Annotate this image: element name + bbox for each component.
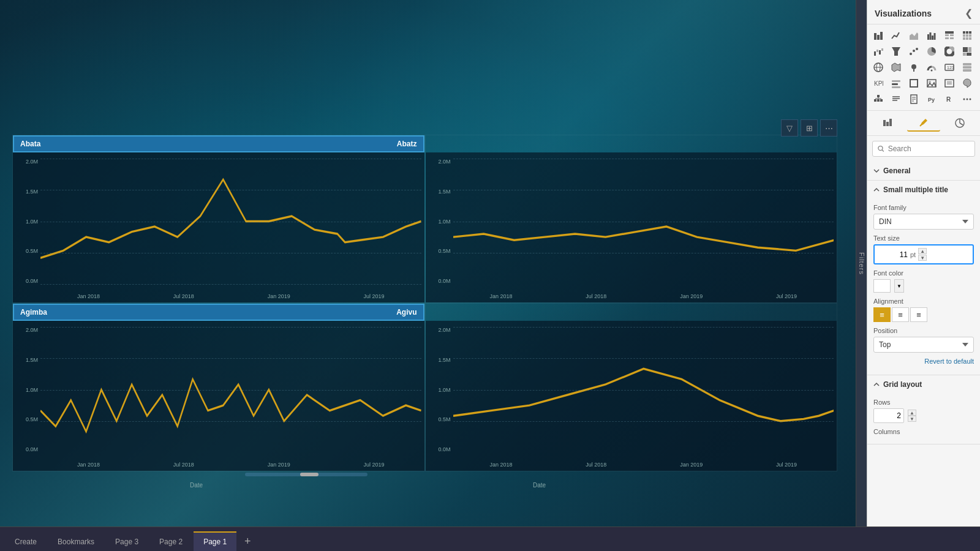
svg-rect-12 <box>950 37 954 39</box>
svg-line-78 <box>920 124 922 126</box>
y-label: 1.0M <box>15 219 38 225</box>
chart-scrollbar[interactable] <box>245 473 368 476</box>
align-right-button[interactable]: ≡ <box>910 307 927 322</box>
x-label: Jul 2019 <box>776 293 797 299</box>
rows-input[interactable] <box>873 408 904 423</box>
viz-icon-shape[interactable] <box>907 76 921 91</box>
y-label: 2.0M <box>428 327 451 333</box>
rows-spinner-up[interactable]: ▲ <box>908 410 916 416</box>
chart-title-bar-abata[interactable]: Abata Abatz <box>13 135 424 152</box>
viz-icon-scatter[interactable] <box>907 44 921 59</box>
y-label: 1.5M <box>15 189 38 195</box>
chart-title-bar-agimba[interactable]: Agimba Agivu <box>13 304 424 321</box>
viz-icon-decomposition[interactable] <box>871 92 886 107</box>
section-smt-header[interactable]: Small multiple title <box>867 181 980 199</box>
svg-point-73 <box>967 99 968 100</box>
viz-icon-paginated[interactable] <box>907 92 921 107</box>
scrollbar-thumb[interactable] <box>300 473 318 476</box>
position-select[interactable]: Top Bottom Left Right <box>873 337 974 353</box>
viz-title: Visualizations <box>875 9 932 18</box>
x-label: Jan 2019 <box>680 293 703 299</box>
revert-to-default-link[interactable]: Revert to default <box>924 358 974 365</box>
svg-rect-50 <box>910 80 918 87</box>
more-button[interactable]: ⋯ <box>820 119 837 137</box>
viz-icon-qna[interactable] <box>960 76 974 91</box>
section-grid-header[interactable]: Grid layout <box>867 375 980 394</box>
y-label: 0.5M <box>15 416 38 422</box>
viz-icon-kpi[interactable]: KPI <box>871 76 886 91</box>
tab-page2[interactable]: Page 2 <box>149 531 192 551</box>
tab-analytics[interactable] <box>943 114 976 132</box>
spinner-down-button[interactable]: ▼ <box>918 255 927 261</box>
viz-icon-azure-map[interactable] <box>907 60 921 75</box>
rows-spinner-down[interactable]: ▼ <box>908 416 916 422</box>
svg-rect-10 <box>950 34 954 36</box>
align-center-button[interactable]: ≡ <box>892 307 909 322</box>
tab-page1[interactable]: Page 1 <box>194 531 236 551</box>
viz-icon-line[interactable] <box>889 28 903 43</box>
chart-container: Abata Abatz 2.0M 1.5M 1.0M 0.5M 0.0M <box>12 135 837 471</box>
chart-title-right-abatz: Abatz <box>397 140 417 148</box>
add-page-button[interactable]: + <box>238 531 257 551</box>
font-family-label: Font family <box>873 204 974 211</box>
text-size-spinner: ▲ ▼ <box>918 248 927 261</box>
y-label: 0.5M <box>15 248 38 254</box>
viz-panel: Visualizations ❮ <box>867 0 980 527</box>
viz-icon-filled-map[interactable] <box>889 60 903 75</box>
layout-button[interactable]: ⊞ <box>801 119 818 137</box>
tab-create[interactable]: Create <box>5 531 47 551</box>
viz-collapse-button[interactable]: ❮ <box>965 7 973 19</box>
viz-icon-waterfall[interactable] <box>871 44 886 59</box>
chart-body-abatz: 2.0M 1.5M 1.0M 0.5M 0.0M <box>426 152 837 302</box>
viz-icon-treemap[interactable] <box>960 44 974 59</box>
viz-icon-pie[interactable] <box>924 44 939 59</box>
font-color-swatch[interactable] <box>873 279 891 293</box>
viz-icon-table[interactable] <box>942 28 957 43</box>
svg-marker-26 <box>892 47 900 56</box>
viz-icon-image[interactable] <box>924 76 939 91</box>
font-color-dropdown-button[interactable]: ▼ <box>894 279 904 293</box>
rows-spinner: ▲ ▼ <box>908 410 916 422</box>
section-general-header[interactable]: General <box>867 162 980 180</box>
tab-format[interactable] <box>907 114 941 132</box>
svg-rect-43 <box>963 63 971 66</box>
viz-icon-map[interactable] <box>871 60 886 75</box>
tab-build[interactable] <box>871 114 905 132</box>
chevron-up-icon <box>873 187 880 193</box>
svg-rect-53 <box>945 80 954 87</box>
viz-icon-gauge[interactable] <box>924 60 939 75</box>
viz-icon-r-script[interactable]: R <box>942 92 957 107</box>
viz-icon-stacked-bar[interactable] <box>871 28 886 43</box>
viz-search-box[interactable] <box>872 141 975 157</box>
viz-icon-textbox[interactable] <box>942 76 957 91</box>
filter-button[interactable]: ▽ <box>781 119 798 137</box>
svg-rect-8 <box>945 31 954 34</box>
tab-bookmarks[interactable]: Bookmarks <box>48 531 104 551</box>
search-input[interactable] <box>888 144 970 153</box>
svg-rect-77 <box>889 119 892 126</box>
viz-icon-clustered-bar[interactable] <box>924 28 939 43</box>
viz-icon-more[interactable] <box>960 92 974 107</box>
text-size-box: pt ▲ ▼ <box>873 244 974 264</box>
y-label: 2.0M <box>15 159 38 165</box>
svg-point-40 <box>931 70 933 72</box>
viz-icon-smart-narrative[interactable] <box>889 92 903 107</box>
filters-panel[interactable]: Filters <box>856 0 867 527</box>
align-left-button[interactable]: ≡ <box>873 307 891 322</box>
viz-icon-python[interactable]: Py <box>924 92 939 107</box>
viz-icon-funnel[interactable] <box>889 44 903 59</box>
font-family-select[interactable]: DIN Segoe UI Arial <box>873 214 974 230</box>
tab-page3[interactable]: Page 3 <box>105 531 148 551</box>
chart-cell-agimba: Agimba Agivu 2.0M 1.5M 1.0M 0.5M 0.0M <box>12 303 425 471</box>
viz-icon-multirow-card[interactable] <box>960 60 974 75</box>
viz-icon-area[interactable] <box>907 28 921 43</box>
viz-icon-slicer[interactable] <box>889 76 903 91</box>
svg-rect-21 <box>969 37 971 40</box>
text-size-input[interactable] <box>877 250 908 259</box>
date-label-1: Date <box>190 482 203 489</box>
spinner-up-button[interactable]: ▲ <box>918 248 927 254</box>
section-smt-content: Font family DIN Segoe UI Arial Text size… <box>867 204 980 375</box>
viz-icon-donut[interactable] <box>942 44 957 59</box>
viz-icon-matrix[interactable] <box>960 28 974 43</box>
viz-icon-card[interactable]: 123 <box>942 60 957 75</box>
